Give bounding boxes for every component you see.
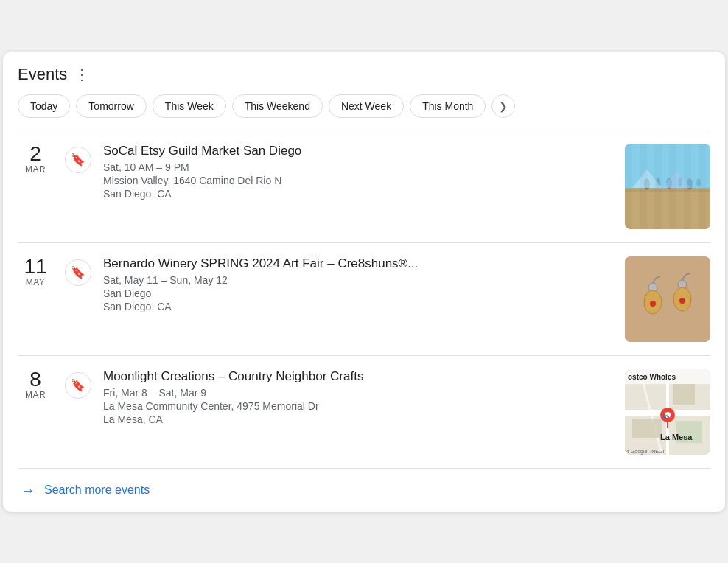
event-month-1: MAR — [25, 164, 46, 175]
event-image-2 — [625, 256, 710, 342]
bookmark-button-3[interactable]: 🔖 — [65, 372, 91, 399]
event-image-1 — [625, 144, 710, 229]
filter-today[interactable]: Today — [18, 94, 70, 118]
svg-text:4 Google, INEGI: 4 Google, INEGI — [626, 449, 664, 455]
event-title-3[interactable]: Moonlight Creations – Country Neighbor C… — [103, 369, 613, 384]
table-row: 11 MAY 🔖 Bernardo Winery SPRING 2024 Art… — [18, 243, 710, 356]
svg-point-3 — [656, 178, 660, 188]
event-title-2[interactable]: Bernardo Winery SPRING 2024 Art Fair – C… — [103, 256, 613, 271]
filter-this-week[interactable]: This Week — [153, 94, 226, 118]
event-month-2: MAY — [26, 277, 46, 287]
svg-rect-12 — [625, 256, 710, 342]
svg-rect-11 — [625, 144, 710, 188]
event-date-1: 2 MAR — [18, 144, 53, 175]
svg-marker-9 — [632, 169, 662, 188]
event-image-3: ostco Wholes La Mesa 4 Google, INEGI 🛍 — [625, 369, 710, 455]
event-city-2: San Diego, CA — [103, 301, 613, 312]
event-info-1: SoCal Etsy Guild Market San Diego Sat, 1… — [103, 144, 613, 200]
event-title-1[interactable]: SoCal Etsy Guild Market San Diego — [103, 144, 613, 158]
filter-next-week[interactable]: Next Week — [329, 94, 404, 118]
event-month-3: MAR — [25, 390, 46, 400]
event-info-2: Bernardo Winery SPRING 2024 Art Fair – C… — [103, 256, 613, 312]
event-day-1: 2 — [29, 144, 41, 164]
svg-point-6 — [687, 178, 693, 190]
event-date-2: 11 MAY — [18, 256, 53, 287]
event-location-2: San Diego — [103, 287, 613, 299]
event-date-3: 8 MAR — [18, 369, 53, 400]
event-time-1: Sat, 10 AM – 9 PM — [103, 161, 613, 173]
svg-rect-0 — [625, 144, 710, 188]
filter-next-button[interactable]: ❯ — [491, 94, 515, 118]
svg-text:La Mesa: La Mesa — [660, 433, 693, 441]
bookmark-icon-2: 🔖 — [71, 265, 85, 279]
event-time-3: Fri, Mar 8 – Sat, Mar 9 — [103, 387, 613, 399]
event-day-2: 11 — [24, 256, 46, 277]
page-title: Events — [18, 65, 67, 84]
filter-tomorrow[interactable]: Tomorrow — [76, 94, 146, 118]
table-row: 2 MAR 🔖 SoCal Etsy Guild Market San Dieg… — [18, 130, 710, 243]
svg-point-15 — [650, 301, 656, 307]
svg-rect-24 — [673, 384, 695, 405]
event-city-1: San Diego, CA — [103, 188, 613, 200]
filter-this-weekend[interactable]: This Weekend — [232, 94, 323, 118]
svg-point-2 — [644, 178, 650, 190]
event-location-1: Mission Valley, 1640 Camino Del Rio N — [103, 175, 613, 186]
table-row: 8 MAR 🔖 Moonlight Creations – Country Ne… — [18, 356, 710, 468]
search-more-text: Search more events — [44, 483, 150, 497]
event-city-3: La Mesa, CA — [103, 413, 613, 425]
svg-text:ostco Wholes: ostco Wholes — [628, 373, 676, 381]
event-info-3: Moonlight Creations – Country Neighbor C… — [103, 369, 613, 425]
svg-rect-25 — [632, 419, 662, 438]
svg-point-5 — [678, 177, 682, 187]
svg-text:🛍: 🛍 — [663, 413, 670, 420]
bookmark-button-2[interactable]: 🔖 — [65, 259, 91, 286]
filter-this-month[interactable]: This Month — [410, 94, 486, 118]
event-location-3: La Mesa Community Center, 4975 Memorial … — [103, 400, 613, 412]
events-header: Events ⋮ — [18, 65, 710, 84]
svg-point-4 — [666, 178, 672, 189]
arrow-icon: → — [21, 482, 35, 499]
svg-rect-8 — [625, 189, 710, 192]
bookmark-button-1[interactable]: 🔖 — [65, 147, 91, 173]
event-day-3: 8 — [29, 369, 41, 390]
svg-marker-10 — [662, 172, 691, 188]
event-time-2: Sat, May 11 – Sun, May 12 — [103, 274, 613, 286]
svg-rect-1 — [625, 188, 710, 229]
search-more-link[interactable]: → Search more events — [18, 469, 710, 512]
filter-chips-row: Today Tomorrow This Week This Weekend Ne… — [18, 94, 710, 118]
bookmark-icon-1: 🔖 — [71, 153, 85, 167]
events-card: Events ⋮ Today Tomorrow This Week This W… — [3, 52, 725, 512]
svg-point-7 — [696, 178, 701, 187]
more-options-icon[interactable]: ⋮ — [74, 66, 91, 83]
bookmark-icon-3: 🔖 — [71, 378, 85, 392]
svg-point-18 — [679, 298, 685, 304]
